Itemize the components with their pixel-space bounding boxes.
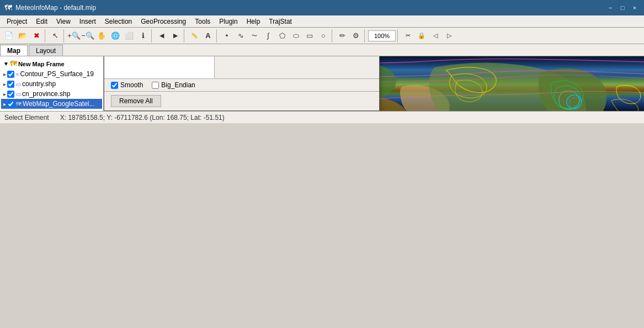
map-viewport[interactable]: Meteo Data - GrADS_Grid × 📂 ℹ ✏ ⊞ ✖ ← → … [104, 56, 644, 111]
folder-expand-icon: ▼ [3, 61, 9, 67]
toolbar-sep-7 [364, 29, 366, 43]
map-frame-folder[interactable]: ▼ 🗺 New Map Frame [1, 59, 102, 69]
curve-tool[interactable]: ∫ [262, 29, 275, 43]
statusbar: Select Element X: 18785158.5; Y: -671178… [0, 111, 644, 123]
new-button[interactable]: 📄 [2, 29, 15, 43]
lock-button[interactable]: 🔒 [415, 29, 428, 43]
close-doc-button[interactable]: ✖ [30, 29, 43, 43]
layer-name-webmap: WebMap_GoogleSatel... [23, 100, 95, 108]
open-button[interactable]: 📂 [16, 29, 29, 43]
line-tool[interactable]: ∿ [234, 29, 247, 43]
menu-item-tools[interactable]: Tools [190, 17, 215, 27]
toolbar-sep-8 [397, 29, 400, 43]
props-button[interactable]: ⚙ [349, 29, 363, 43]
toolbar-sep-5 [216, 29, 219, 43]
big-endian-checkbox-label[interactable]: Big_Endian [152, 81, 195, 89]
menu-item-selection[interactable]: Selection [100, 17, 136, 27]
toolbar: 📄 📂 ✖ ↖ +🔍 −🔍 ✋ 🌐 ⬜ ℹ ◀ ▶ 📏 A • ∿ 〜 ∫ ⬠ … [0, 28, 644, 44]
layer-webmap[interactable]: ▸ 🗺 WebMap_GoogleSatel... [1, 99, 102, 109]
menu-item-plugin[interactable]: Plugin [215, 17, 242, 27]
minimize-button[interactable]: − [605, 3, 615, 13]
layer-expand-contour: ▸ [3, 71, 6, 77]
layer-type-icon-webmap: 🗺 [16, 101, 22, 107]
data-panel: Meteo Data - GrADS_Grid × 📂 ℹ ✏ ⊞ ✖ ← → … [104, 56, 380, 111]
pan-button[interactable]: ✋ [95, 29, 108, 43]
layer-name-country: country.shp [22, 80, 56, 88]
back-button[interactable]: ◀ [155, 29, 168, 43]
remove-all-button[interactable]: Remove All [111, 95, 161, 107]
zoom-in-button[interactable]: +🔍 [67, 29, 81, 43]
data-form: Variable: PS U V T Time: 1987-01-02 [215, 56, 379, 78]
zoom-input[interactable]: 100% [368, 30, 396, 41]
window-title: MeteoInfoMap - default.mip [15, 4, 96, 12]
layer-name-province: cn_province.shp [22, 90, 70, 98]
content-row: ▼ 🗺 New Map Frame ▸ ≈ Contour_PS_Surface… [0, 56, 644, 111]
data-panel-footer: Remove All [104, 91, 379, 110]
titlebar: 🗺 MeteoInfoMap - default.mip − □ × [0, 0, 644, 15]
toolbar-sep-6 [332, 29, 334, 43]
layer-check-country[interactable] [7, 81, 14, 88]
data-panel-content: model.ctl Variable: PS U V T [104, 56, 379, 78]
smooth-label: Smooth [120, 81, 143, 89]
circle-tool[interactable]: ○ [317, 29, 330, 43]
point-tool[interactable]: • [220, 29, 233, 43]
layers-panel: ▼ 🗺 New Map Frame ▸ ≈ Contour_PS_Surface… [0, 56, 104, 111]
status-coords: X: 18785158.5; Y: -6711782.6 (Lon: 168.7… [60, 114, 225, 121]
layer-type-icon-contour: ≈ [16, 71, 19, 77]
menu-item-view[interactable]: View [52, 17, 75, 27]
layer-expand-province: ▸ [3, 91, 6, 97]
toolbar-sep-4 [184, 29, 186, 43]
polyline-tool[interactable]: 〜 [248, 29, 261, 43]
zoom-select-button[interactable]: ⬜ [123, 29, 136, 43]
edit-button[interactable]: ✏ [336, 29, 349, 43]
folder-icon: 🗺 [10, 60, 17, 68]
window-controls: − □ × [605, 3, 640, 13]
map-frame-label: New Map Frame [18, 61, 65, 67]
full-extent-button[interactable]: 🌐 [109, 29, 122, 43]
select-button[interactable]: ↖ [49, 29, 62, 43]
polygon-tool[interactable]: ⬠ [275, 29, 289, 43]
menu-item-help[interactable]: Help [242, 17, 265, 27]
tab-map[interactable]: Map [0, 45, 28, 56]
toolbar-sep-2 [63, 29, 66, 43]
menu-item-geoprocessing[interactable]: GeoProcessing [136, 17, 190, 27]
menu-item-project[interactable]: Project [2, 17, 31, 27]
label-button[interactable]: A [201, 29, 215, 43]
layer-name-contour: Contour_PS_Surface_19 [20, 70, 94, 78]
menu-item-trajstat[interactable]: TrajStat [264, 17, 296, 27]
file-list: model.ctl [104, 56, 215, 78]
map-section: Map Layout ▼ 🗺 New Map Frame ▸ ≈ Contour… [0, 44, 644, 111]
rectangle-tool[interactable]: ▭ [303, 29, 316, 43]
layer-check-province[interactable] [7, 91, 14, 98]
layer-cn-province[interactable]: ▸ ▭ cn_province.shp [1, 89, 102, 99]
app-icon: 🗺 [4, 3, 12, 12]
ellipse-tool[interactable]: ⬭ [289, 29, 302, 43]
toolbar-sep-1 [45, 29, 47, 43]
layer-contour[interactable]: ▸ ≈ Contour_PS_Surface_19 [1, 69, 102, 79]
menu-item-edit[interactable]: Edit [31, 17, 52, 27]
smooth-checkbox-label[interactable]: Smooth [111, 81, 143, 89]
big-endian-label: Big_Endian [161, 81, 195, 89]
nav-prev[interactable]: ◁ [429, 29, 442, 43]
layer-check-contour[interactable] [7, 71, 14, 78]
layer-type-icon-province: ▭ [16, 91, 21, 97]
info-button[interactable]: ℹ [136, 29, 150, 43]
layer-expand-webmap: ▸ [3, 101, 6, 107]
layer-expand-country: ▸ [3, 81, 6, 87]
deselect-button[interactable]: ✂ [401, 29, 414, 43]
layer-check-webmap[interactable] [7, 100, 14, 108]
layer-type-icon-country: ▭ [16, 81, 21, 87]
status-select-label: Select Element [4, 114, 49, 121]
nav-next[interactable]: ▷ [443, 29, 456, 43]
measure-button[interactable]: 📏 [188, 29, 201, 43]
smooth-checkbox[interactable] [111, 82, 118, 89]
close-button[interactable]: × [630, 3, 640, 13]
big-endian-checkbox[interactable] [152, 82, 159, 89]
layer-country[interactable]: ▸ ▭ country.shp [1, 79, 102, 89]
tab-layout[interactable]: Layout [29, 45, 63, 56]
maximize-button[interactable]: □ [618, 3, 627, 13]
menu-item-insert[interactable]: Insert [75, 17, 100, 27]
menubar: ProjectEditViewInsertSelectionGeoProcess… [0, 15, 644, 28]
forward-button[interactable]: ▶ [169, 29, 182, 43]
zoom-out-button[interactable]: −🔍 [81, 29, 94, 43]
